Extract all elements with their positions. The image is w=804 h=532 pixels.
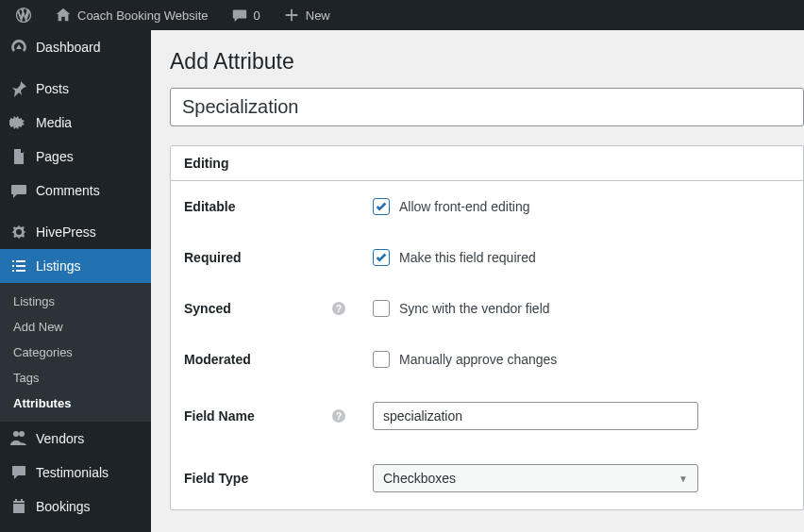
- synced-option-label: Sync with the vendor field: [399, 301, 550, 316]
- editing-box: Editing Editable Allow front-end editing…: [170, 145, 804, 510]
- menu-testimonials[interactable]: Testimonials: [0, 456, 151, 490]
- media-icon: [9, 113, 28, 132]
- menu-label: Bookings: [36, 499, 91, 514]
- menu-bookings[interactable]: Bookings: [0, 490, 151, 524]
- list-icon: [9, 257, 28, 275]
- menu-posts[interactable]: Posts: [0, 72, 151, 106]
- menu-comments[interactable]: Comments: [0, 174, 151, 208]
- menu-label: Media: [36, 115, 72, 130]
- help-icon[interactable]: ?: [331, 408, 346, 424]
- menu-label: Comments: [36, 183, 100, 198]
- menu-media[interactable]: Media: [0, 106, 151, 140]
- menu-label: Pages: [36, 149, 74, 164]
- help-icon[interactable]: ?: [331, 301, 346, 316]
- dashboard-icon: [9, 38, 28, 57]
- site-name-link[interactable]: Coach Booking Website: [47, 0, 216, 30]
- submenu-listings: Listings Add New Categories Tags Attribu…: [0, 283, 151, 422]
- menu-pages[interactable]: Pages: [0, 140, 151, 174]
- comments-count: 0: [254, 8, 260, 23]
- comment-icon: [9, 181, 28, 200]
- row-label-field-name: Field Name ?: [171, 385, 360, 447]
- svg-text:?: ?: [336, 304, 342, 314]
- submenu-item-add-new[interactable]: Add New: [0, 314, 151, 340]
- submenu-item-tags[interactable]: Tags: [0, 365, 151, 391]
- new-content-link[interactable]: New: [276, 0, 338, 30]
- row-label-moderated: Moderated: [171, 334, 360, 385]
- row-label-required: Required: [171, 232, 360, 283]
- wordpress-icon: [15, 7, 32, 24]
- page-icon: [9, 147, 28, 166]
- row-label-field-type: Field Type: [171, 447, 360, 509]
- comment-icon: [231, 7, 248, 24]
- users-icon: [9, 429, 28, 448]
- required-checkbox[interactable]: [373, 249, 390, 266]
- row-label-editable: Editable: [171, 181, 360, 232]
- field-type-value: Checkboxes: [383, 471, 456, 486]
- field-name-input[interactable]: [373, 402, 698, 430]
- submenu-item-listings[interactable]: Listings: [0, 289, 151, 314]
- gear-icon: [9, 223, 28, 241]
- content-area: Add Attribute Editing Editable Allow fro…: [151, 30, 804, 532]
- menu-vendors[interactable]: Vendors: [0, 422, 151, 456]
- home-icon: [55, 7, 72, 24]
- field-type-select[interactable]: Checkboxes ▼: [373, 464, 698, 492]
- menu-label: Testimonials: [36, 465, 109, 480]
- menu-label: Vendors: [36, 431, 84, 446]
- new-label: New: [306, 8, 330, 23]
- page-title: Add Attribute: [170, 49, 804, 75]
- menu-label: Posts: [36, 81, 69, 96]
- site-name: Coach Booking Website: [77, 8, 209, 23]
- admin-bar: Coach Booking Website 0 New: [0, 0, 804, 30]
- editing-box-header: Editing: [171, 146, 803, 181]
- pushpin-icon: [9, 79, 28, 98]
- comments-link[interactable]: 0: [224, 0, 268, 30]
- row-label-synced: Synced ?: [171, 283, 360, 334]
- plus-icon: [283, 7, 300, 24]
- required-option-label: Make this field required: [399, 250, 536, 265]
- submenu-item-categories[interactable]: Categories: [0, 340, 151, 365]
- menu-hivepress[interactable]: HivePress: [0, 215, 151, 249]
- admin-sidebar: Dashboard Posts Media Pages Comments Hiv…: [0, 30, 151, 532]
- form-table: Editable Allow front-end editing Require…: [171, 181, 803, 509]
- menu-label: Listings: [36, 258, 80, 274]
- submenu-item-attributes[interactable]: Attributes: [0, 391, 151, 416]
- moderated-checkbox[interactable]: [373, 351, 390, 368]
- menu-label: HivePress: [36, 224, 96, 240]
- editable-checkbox[interactable]: [373, 198, 390, 215]
- wp-logo[interactable]: [8, 0, 40, 30]
- editable-option-label: Allow front-end editing: [399, 199, 530, 214]
- svg-text:?: ?: [336, 411, 342, 422]
- attribute-title-input[interactable]: [170, 88, 804, 126]
- testimonial-icon: [9, 463, 28, 482]
- menu-dashboard[interactable]: Dashboard: [0, 30, 151, 64]
- menu-label: Dashboard: [36, 40, 101, 55]
- calendar-icon: [9, 497, 28, 516]
- moderated-option-label: Manually approve changes: [399, 352, 557, 367]
- chevron-down-icon: ▼: [678, 474, 688, 484]
- synced-checkbox[interactable]: [373, 300, 390, 317]
- field-name-label-text: Field Name: [184, 408, 255, 424]
- synced-label-text: Synced: [184, 301, 231, 316]
- menu-listings[interactable]: Listings: [0, 249, 151, 283]
